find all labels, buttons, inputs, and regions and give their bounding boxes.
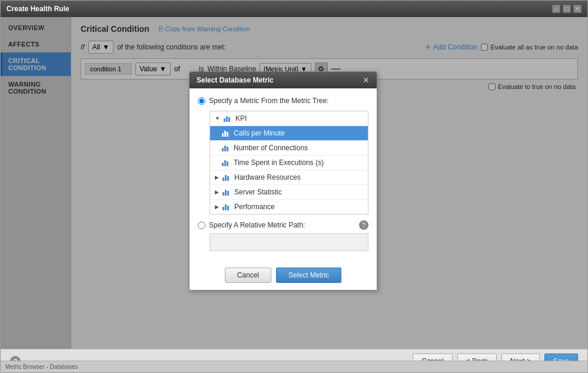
- maximize-button[interactable]: □: [563, 5, 571, 13]
- tree-item-hardware-resources[interactable]: ▶ Hardware Resources: [210, 170, 368, 185]
- calls-per-minute-icon: [222, 130, 230, 137]
- performance-icon: [222, 203, 231, 210]
- relative-path-input-container: [210, 233, 368, 258]
- time-spent-icon: [222, 159, 230, 166]
- server-statistic-arrow: ▶: [215, 189, 219, 195]
- relative-path-row: Specify A Relative Metric Path: ?: [198, 220, 368, 230]
- tree-item-performance[interactable]: ▶ Performance: [210, 200, 368, 214]
- relative-path-input[interactable]: [210, 233, 368, 251]
- relative-path-radio[interactable]: [198, 222, 205, 229]
- hardware-resources-arrow: ▶: [215, 174, 219, 180]
- title-bar: Create Health Rule − □ ✕: [1, 1, 587, 17]
- server-statistic-label: Server Statistic: [234, 188, 282, 196]
- close-button[interactable]: ✕: [573, 5, 582, 13]
- tree-item-calls-per-minute[interactable]: Calls per Minute: [210, 126, 368, 141]
- status-bar: Metric Browser - Databases: [1, 361, 587, 372]
- relative-path-label: Specify A Relative Metric Path:: [209, 221, 305, 229]
- calls-per-minute-label: Calls per Minute: [234, 129, 285, 137]
- performance-label: Performance: [234, 203, 275, 211]
- from-tree-radio[interactable]: [198, 97, 205, 105]
- number-connections-label: Number of Connections: [234, 144, 308, 152]
- title-bar-controls: − □ ✕: [552, 5, 582, 13]
- performance-arrow: ▶: [215, 204, 219, 210]
- modal-select-button[interactable]: Select Metric: [276, 268, 341, 283]
- window-title: Create Health Rule: [6, 5, 69, 13]
- from-tree-label: Specify a Metric From the Metric Tree:: [209, 97, 328, 105]
- tree-item-number-of-connections[interactable]: Number of Connections: [210, 141, 368, 156]
- relative-path-option[interactable]: Specify A Relative Metric Path:: [198, 221, 359, 229]
- hardware-resources-icon: [222, 174, 231, 181]
- status-text: Metric Browser - Databases: [5, 364, 78, 370]
- modal-body: Specify a Metric From the Metric Tree: ▼…: [190, 88, 377, 263]
- kpi-arrow: ▼: [215, 115, 220, 121]
- modal-footer: Cancel Select Metric: [190, 263, 377, 290]
- relative-path-help-icon[interactable]: ?: [359, 220, 368, 230]
- select-database-metric-modal: Select Database Metric ✕ Specify a Metri…: [189, 71, 377, 291]
- kpi-folder-icon: [224, 115, 232, 122]
- modal-cancel-button[interactable]: Cancel: [225, 268, 271, 283]
- from-tree-option[interactable]: Specify a Metric From the Metric Tree:: [198, 97, 368, 105]
- hardware-resources-label: Hardware Resources: [234, 173, 301, 181]
- tree-item-time-spent[interactable]: Time Spent in Executions (s): [210, 156, 368, 170]
- modal-header: Select Database Metric ✕: [190, 72, 377, 88]
- kpi-label: KPI: [235, 114, 247, 123]
- server-statistic-icon: [222, 189, 231, 196]
- modal-close-button[interactable]: ✕: [363, 76, 370, 84]
- tree-item-server-statistic[interactable]: ▶ Server Statistic: [210, 185, 368, 200]
- main-window: Create Health Rule − □ ✕ OVERVIEW AFFECT…: [0, 0, 588, 373]
- time-spent-label: Time Spent in Executions (s): [234, 159, 324, 167]
- modal-title: Select Database Metric: [197, 76, 274, 84]
- number-connections-icon: [222, 144, 230, 151]
- minimize-button[interactable]: −: [552, 5, 560, 13]
- metric-tree: ▼ KPI Calls per Minute: [210, 111, 368, 214]
- tree-item-kpi[interactable]: ▼ KPI: [210, 111, 368, 126]
